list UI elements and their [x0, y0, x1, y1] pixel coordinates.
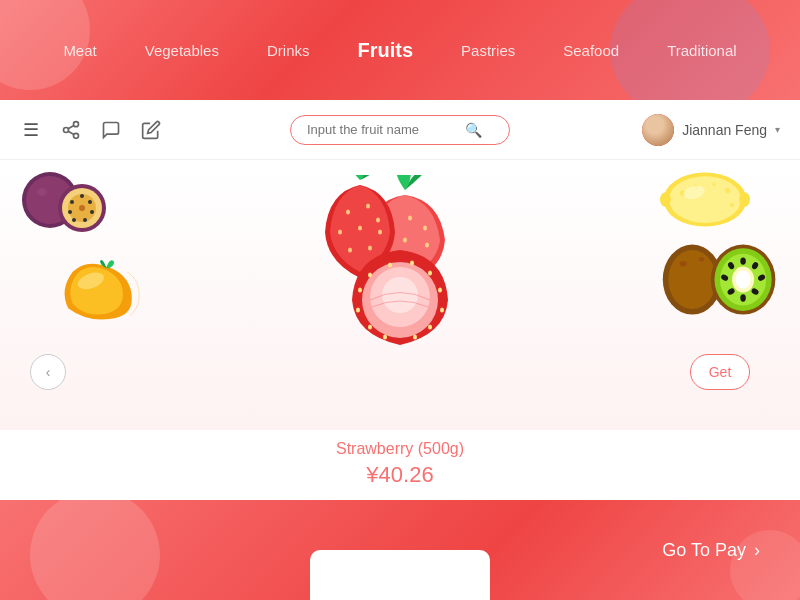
left-fruits [20, 170, 150, 330]
svg-point-48 [368, 325, 372, 330]
footer: Go To Pay › [0, 500, 800, 600]
strawberry-image [300, 175, 500, 385]
svg-point-1 [64, 127, 69, 132]
svg-point-47 [440, 308, 444, 313]
svg-point-51 [413, 335, 417, 340]
svg-point-49 [428, 325, 432, 330]
svg-point-11 [80, 194, 84, 198]
svg-point-21 [408, 216, 412, 221]
svg-point-42 [410, 261, 414, 266]
passion-fruit-image [20, 170, 110, 240]
nav-item-meat[interactable]: Meat [63, 42, 96, 59]
svg-point-53 [669, 176, 741, 223]
nav-item-vegetables[interactable]: Vegetables [145, 42, 219, 59]
svg-point-43 [428, 271, 432, 276]
center-fruit-area [290, 170, 510, 390]
svg-point-70 [736, 270, 751, 288]
avatar [642, 114, 674, 146]
product-info: Strawberry (500g) ¥40.26 [0, 430, 800, 500]
product-price: ¥40.26 [0, 462, 800, 488]
svg-line-3 [68, 131, 74, 134]
svg-point-2 [74, 133, 79, 138]
right-fruits [660, 170, 780, 320]
go-to-pay-label: Go To Pay [662, 540, 746, 561]
menu-icon[interactable]: ☰ [20, 119, 42, 141]
svg-point-58 [730, 203, 735, 208]
footer-card [310, 550, 490, 600]
svg-line-4 [68, 125, 74, 128]
avatar-image [642, 114, 674, 146]
svg-point-29 [346, 210, 350, 215]
get-button[interactable]: Get [690, 354, 750, 390]
svg-point-17 [70, 200, 74, 204]
header: Meat Vegetables Drinks Fruits Pastries S… [0, 0, 800, 100]
nav-item-pastries[interactable]: Pastries [461, 42, 515, 59]
nav-item-drinks[interactable]: Drinks [267, 42, 310, 59]
svg-point-45 [358, 288, 362, 293]
edit-icon[interactable] [140, 119, 162, 141]
mango-image [50, 250, 150, 330]
svg-point-15 [72, 218, 76, 222]
svg-point-40 [368, 273, 372, 278]
prev-button[interactable]: ‹ [30, 354, 66, 390]
svg-point-22 [423, 226, 427, 231]
svg-point-56 [712, 182, 716, 186]
svg-point-35 [348, 248, 352, 253]
svg-point-59 [660, 192, 671, 206]
svg-point-46 [356, 308, 360, 313]
get-button-label: Get [709, 364, 732, 380]
main-content: ‹ Get Strawberry (500g) ¥40.26 [0, 160, 800, 500]
search-input[interactable] [307, 122, 457, 137]
user-dropdown-icon[interactable]: ▾ [775, 124, 780, 135]
svg-point-31 [376, 218, 380, 223]
svg-point-64 [679, 261, 686, 267]
go-to-pay-button[interactable]: Go To Pay › [662, 540, 760, 561]
search-box[interactable]: 🔍 [290, 115, 510, 145]
svg-point-0 [74, 121, 79, 126]
user-area[interactable]: Jiannan Feng ▾ [642, 114, 780, 146]
nav-item-seafood[interactable]: Seafood [563, 42, 619, 59]
share-icon[interactable] [60, 119, 82, 141]
svg-point-16 [68, 210, 72, 214]
svg-point-57 [725, 188, 730, 193]
kiwi-image [660, 240, 780, 320]
svg-point-50 [383, 335, 387, 340]
main-nav: Meat Vegetables Drinks Fruits Pastries S… [63, 39, 736, 62]
svg-point-18 [79, 205, 85, 211]
svg-point-24 [403, 238, 407, 243]
svg-point-12 [88, 200, 92, 204]
svg-point-41 [388, 263, 392, 268]
nav-item-traditional[interactable]: Traditional [667, 42, 736, 59]
fruit-showcase: ‹ Get [0, 160, 800, 430]
message-icon[interactable] [100, 119, 122, 141]
user-name: Jiannan Feng [682, 122, 767, 138]
svg-point-25 [425, 243, 429, 248]
svg-point-39 [382, 277, 418, 313]
svg-point-30 [366, 204, 370, 209]
svg-point-14 [83, 218, 87, 222]
svg-point-36 [368, 246, 372, 251]
svg-point-60 [739, 192, 750, 206]
nav-item-fruits[interactable]: Fruits [357, 39, 413, 62]
svg-point-75 [740, 294, 746, 301]
svg-point-33 [358, 226, 362, 231]
svg-point-13 [90, 210, 94, 214]
product-name: Strawberry (500g) [0, 440, 800, 458]
svg-point-63 [668, 250, 716, 309]
toolbar: ☰ 🔍 Jiannan Feng ▾ [0, 100, 800, 160]
svg-point-65 [699, 257, 705, 262]
svg-point-32 [338, 230, 342, 235]
prev-arrow-icon: ‹ [46, 364, 51, 380]
toolbar-left: ☰ [20, 119, 162, 141]
svg-point-44 [438, 288, 442, 293]
go-to-pay-arrow-icon: › [754, 540, 760, 561]
search-icon: 🔍 [465, 122, 482, 138]
svg-point-7 [37, 188, 47, 196]
lemon-image [660, 170, 750, 230]
svg-point-34 [378, 230, 382, 235]
svg-point-71 [740, 257, 746, 264]
